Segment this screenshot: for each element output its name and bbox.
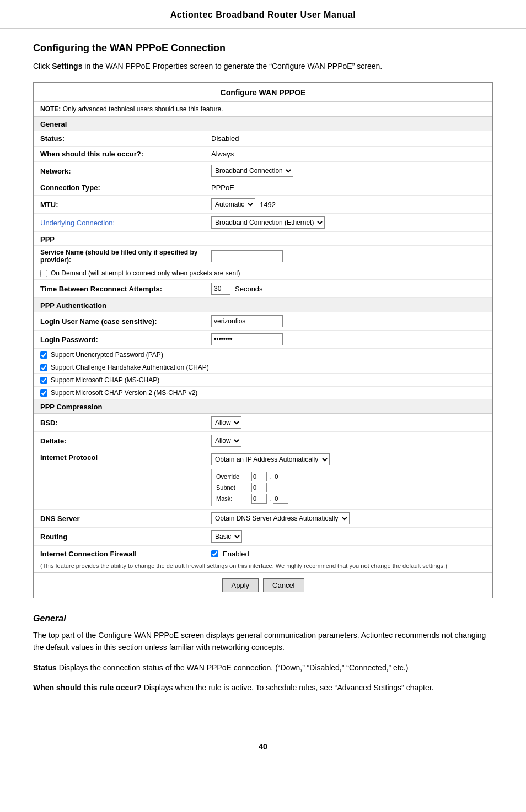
routing-select[interactable]: Basic bbox=[211, 530, 242, 543]
network-select[interactable]: Broadband Connection bbox=[211, 165, 293, 177]
config-note: NOTE: Only advanced technical users shou… bbox=[34, 102, 492, 117]
internet-protocol-label: Internet Protocol bbox=[40, 453, 211, 462]
when-bold: When should this rule occur? bbox=[33, 683, 142, 692]
ppp-auth-label: PPP Authentication bbox=[34, 298, 492, 312]
reconnect-label: Time Between Reconnect Attempts: bbox=[40, 285, 211, 293]
ppp-compression-label: PPP Compression bbox=[34, 399, 492, 414]
underlying-connection-value: Broadband Connection (Ethernet) bbox=[211, 216, 486, 229]
rule-occur-label: When should this rule occur?: bbox=[40, 150, 211, 158]
ms-chapv2-checkbox[interactable] bbox=[40, 389, 47, 397]
service-name-value bbox=[211, 250, 486, 262]
connection-type-value: PPPoE bbox=[211, 183, 486, 192]
mtu-number: 1492 bbox=[260, 201, 276, 209]
internet-protocol-value: Obtain an IP Address Automatically Overr… bbox=[211, 453, 486, 506]
bsd-value: Allow Deny bbox=[211, 416, 486, 429]
network-row: Network: Broadband Connection bbox=[34, 162, 492, 180]
rule-occur-value: Always bbox=[211, 150, 486, 158]
mtu-row: MTU: Automatic 1492 bbox=[34, 196, 492, 214]
mask-input2[interactable] bbox=[273, 494, 288, 504]
network-value: Broadband Connection bbox=[211, 165, 486, 177]
deflate-label: Deflate: bbox=[40, 437, 211, 445]
body-status-paragraph: Status Displays the connection status of… bbox=[33, 662, 493, 674]
reconnect-unit: Seconds bbox=[235, 285, 263, 293]
underlying-connection-select[interactable]: Broadband Connection (Ethernet) bbox=[211, 216, 325, 229]
bsd-row: BSD: Allow Deny bbox=[34, 414, 492, 432]
ms-chap-checkbox[interactable] bbox=[40, 377, 47, 384]
dns-label: DNS Server bbox=[40, 515, 211, 523]
on-demand-row: On Demand (will attempt to connect only … bbox=[34, 267, 492, 280]
pap-checkbox-row: Support Unencrypted Password (PAP) bbox=[34, 349, 492, 361]
mtu-label: MTU: bbox=[40, 201, 211, 209]
firewall-checkbox[interactable] bbox=[211, 550, 218, 557]
deflate-select[interactable]: Allow Deny bbox=[211, 435, 241, 447]
ppp-section-label: PPP bbox=[34, 232, 492, 246]
firewall-label: Internet Connection Firewall bbox=[40, 550, 211, 558]
login-pass-input[interactable] bbox=[211, 333, 283, 345]
dns-value: Obtain DNS Server Address Automatically bbox=[211, 512, 486, 524]
login-pass-row: Login Password: bbox=[34, 331, 492, 349]
routing-value: Basic bbox=[211, 530, 486, 543]
firewall-row: Internet Connection Firewall Enabled bbox=[34, 546, 492, 561]
mask-input1[interactable] bbox=[251, 494, 267, 504]
override-row: Override . bbox=[216, 472, 288, 481]
underlying-connection-label[interactable]: Underlying Connection: bbox=[40, 219, 211, 227]
dns-row: DNS Server Obtain DNS Server Address Aut… bbox=[34, 510, 492, 528]
override-input1[interactable] bbox=[251, 472, 267, 481]
connection-type-label: Connection Type: bbox=[40, 183, 211, 192]
internet-protocol-row: Internet Protocol Obtain an IP Address A… bbox=[34, 450, 492, 510]
ms-chapv2-label: Support Microsoft CHAP Version 2 (MS-CHA… bbox=[51, 389, 197, 397]
page-header: Actiontec Broadband Router User Manual bbox=[0, 0, 526, 29]
subnet-label: Subnet bbox=[216, 484, 249, 491]
service-name-input[interactable] bbox=[211, 250, 283, 262]
status-row: Status: Disabled bbox=[34, 131, 492, 147]
page-number: 40 bbox=[259, 742, 267, 751]
login-pass-value bbox=[211, 333, 486, 345]
bsd-select[interactable]: Allow Deny bbox=[211, 416, 241, 429]
mask-label: Mask: bbox=[216, 495, 249, 502]
config-buttons: Apply Cancel bbox=[34, 572, 492, 598]
dns-select[interactable]: Obtain DNS Server Address Automatically bbox=[211, 512, 350, 524]
deflate-row: Deflate: Allow Deny bbox=[34, 432, 492, 450]
subnet-input[interactable] bbox=[251, 483, 267, 492]
login-user-input[interactable] bbox=[211, 315, 283, 327]
login-pass-label: Login Password: bbox=[40, 335, 211, 344]
ip-override-block: Override . Subnet Mask: . bbox=[211, 469, 293, 506]
status-bold: Status bbox=[33, 663, 57, 672]
override-label: Override bbox=[216, 473, 249, 480]
reconnect-row: Time Between Reconnect Attempts: Seconds bbox=[34, 280, 492, 298]
cancel-button[interactable]: Cancel bbox=[263, 578, 304, 592]
firewall-checkbox-label: Enabled bbox=[223, 550, 249, 558]
on-demand-checkbox[interactable] bbox=[40, 270, 47, 277]
service-name-row: Service Name (should be filled only if s… bbox=[34, 246, 492, 267]
login-user-value bbox=[211, 315, 486, 327]
body-general-section: General The top part of the Configure WA… bbox=[33, 614, 493, 694]
subnet-row: Subnet bbox=[216, 483, 288, 492]
ms-chapv2-checkbox-row: Support Microsoft CHAP Version 2 (MS-CHA… bbox=[34, 387, 492, 399]
firewall-value: Enabled bbox=[211, 550, 486, 558]
on-demand-label: On Demand (will attempt to connect only … bbox=[51, 269, 240, 277]
body-general-title: General bbox=[33, 614, 493, 624]
routing-row: Routing Basic bbox=[34, 528, 492, 546]
service-name-label: Service Name (should be filled only if s… bbox=[40, 248, 211, 264]
rule-occur-row: When should this rule occur?: Always bbox=[34, 147, 492, 162]
chap-checkbox[interactable] bbox=[40, 364, 47, 371]
status-value: Disabled bbox=[211, 134, 486, 143]
chap-label: Support Challenge Handshake Authenticati… bbox=[51, 364, 209, 371]
login-user-row: Login User Name (case sensitive): bbox=[34, 312, 492, 331]
deflate-value: Allow Deny bbox=[211, 435, 486, 447]
override-input2[interactable] bbox=[273, 472, 288, 481]
mtu-select[interactable]: Automatic bbox=[211, 198, 255, 210]
bsd-label: BSD: bbox=[40, 419, 211, 427]
body-when-paragraph: When should this rule occur? Displays wh… bbox=[33, 681, 493, 694]
configure-wan-pppoe-box: Configure WAN PPPOE NOTE: Only advanced … bbox=[33, 82, 493, 598]
note-text: Only advanced technical users should use… bbox=[61, 105, 223, 113]
apply-button[interactable]: Apply bbox=[222, 578, 259, 592]
general-section-label: General bbox=[34, 117, 492, 131]
reconnect-input[interactable] bbox=[211, 283, 230, 295]
network-label: Network: bbox=[40, 167, 211, 175]
section-title: Configuring the WAN PPPoE Connection bbox=[33, 42, 493, 54]
pap-checkbox[interactable] bbox=[40, 351, 47, 359]
main-content: Configuring the WAN PPPoE Connection Cli… bbox=[0, 29, 526, 722]
intro-paragraph: Click Settings in the WAN PPPoE Properti… bbox=[33, 61, 493, 72]
ip-select[interactable]: Obtain an IP Address Automatically bbox=[211, 453, 330, 465]
